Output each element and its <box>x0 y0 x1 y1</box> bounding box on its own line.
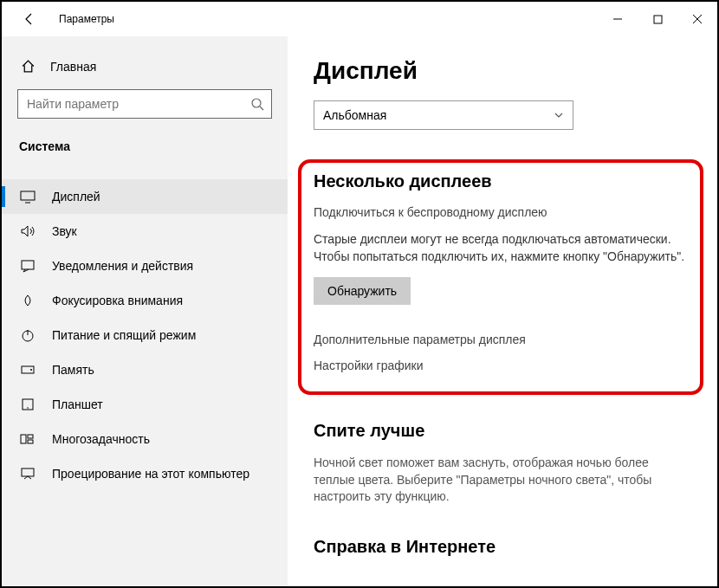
search-input[interactable] <box>25 96 250 112</box>
svg-rect-13 <box>21 435 26 443</box>
sidebar-item-sound[interactable]: Звук <box>2 214 288 249</box>
svg-rect-16 <box>22 468 34 476</box>
sleep-better-text: Ночной свет поможет вам заснуть, отображ… <box>314 455 691 506</box>
sidebar-item-label: Питание и спящий режим <box>52 328 196 342</box>
sound-icon <box>19 224 36 238</box>
sidebar-category: Система <box>2 127 288 162</box>
window-title: Параметры <box>59 13 114 25</box>
sleep-better-heading: Спите лучше <box>314 421 691 441</box>
sidebar-item-focus[interactable]: Фокусировка внимания <box>2 283 288 318</box>
close-button[interactable] <box>677 5 717 33</box>
sidebar-item-display[interactable]: Дисплей <box>2 179 288 214</box>
sidebar-item-label: Дисплей <box>52 190 100 204</box>
orientation-value: Альбомная <box>323 108 386 122</box>
home-icon <box>19 59 36 74</box>
sidebar-item-label: Фокусировка внимания <box>52 294 183 307</box>
sidebar-item-tablet[interactable]: Планшет <box>2 387 288 422</box>
old-displays-text: Старые дисплеи могут не всегда подключат… <box>314 231 688 265</box>
sidebar-item-storage[interactable]: Память <box>2 352 288 387</box>
sidebar-home[interactable]: Главная <box>2 50 288 82</box>
focus-icon <box>19 294 36 307</box>
power-icon <box>19 328 36 342</box>
notifications-icon <box>19 259 36 273</box>
search-input-container[interactable] <box>17 89 272 119</box>
sidebar-item-label: Память <box>52 363 94 377</box>
svg-rect-6 <box>22 261 34 269</box>
sidebar-item-label: Звук <box>52 224 77 238</box>
sidebar-item-notifications[interactable]: Уведомления и действия <box>2 249 288 283</box>
sidebar-home-label: Главная <box>50 60 96 74</box>
multitasking-icon <box>19 432 36 446</box>
svg-rect-15 <box>28 440 33 443</box>
titlebar: Параметры <box>2 2 717 36</box>
sidebar-item-projecting[interactable]: Проецирование на этот компьютер <box>2 456 288 491</box>
sidebar-item-power[interactable]: Питание и спящий режим <box>2 318 288 352</box>
wireless-display-link[interactable]: Подключиться к беспроводному дисплею <box>314 205 688 219</box>
back-button[interactable] <box>16 5 43 33</box>
sidebar: Главная Система Дисплей Звук Уведомления… <box>2 36 288 586</box>
graphics-settings-link[interactable]: Настройки графики <box>314 359 688 372</box>
chevron-down-icon <box>554 110 564 120</box>
advanced-display-link[interactable]: Дополнительные параметры дисплея <box>314 333 688 346</box>
sidebar-item-label: Планшет <box>52 397 103 411</box>
window-controls <box>598 5 717 33</box>
svg-rect-1 <box>654 16 662 23</box>
svg-point-12 <box>27 407 29 409</box>
page-title: Дисплей <box>314 57 691 85</box>
display-icon <box>19 190 36 204</box>
svg-line-3 <box>260 107 263 110</box>
svg-point-10 <box>30 369 32 371</box>
orientation-dropdown[interactable]: Альбомная <box>314 100 573 130</box>
sidebar-item-label: Проецирование на этот компьютер <box>52 467 249 481</box>
sidebar-item-label: Уведомления и действия <box>52 259 193 273</box>
main-content: Дисплей Альбомная Несколько дисплеев Под… <box>288 36 717 586</box>
storage-icon <box>19 363 36 377</box>
tablet-icon <box>19 397 36 411</box>
sidebar-nav: Дисплей Звук Уведомления и действия Фоку… <box>2 162 288 491</box>
sidebar-item-multitasking[interactable]: Многозадачность <box>2 422 288 456</box>
minimize-button[interactable] <box>598 5 638 33</box>
svg-rect-4 <box>21 191 35 200</box>
sidebar-item-label: Многозадачность <box>52 432 150 446</box>
svg-rect-14 <box>28 435 33 438</box>
projecting-icon <box>19 467 36 481</box>
maximize-button[interactable] <box>638 5 677 33</box>
help-heading: Справка в Интернете <box>314 537 691 557</box>
multi-display-highlight: Несколько дисплеев Подключиться к беспро… <box>298 159 703 395</box>
detect-button[interactable]: Обнаружить <box>314 277 411 305</box>
multi-display-heading: Несколько дисплеев <box>314 171 688 191</box>
svg-point-2 <box>252 99 261 107</box>
search-icon <box>250 97 264 111</box>
